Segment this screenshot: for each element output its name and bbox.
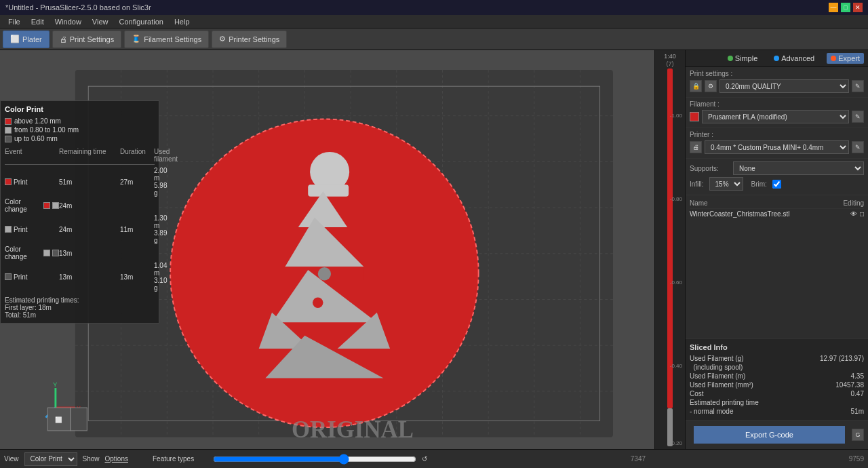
filament-settings-section: Filament : Prusament PLA (modified) ✎ [686, 98, 868, 128]
bottombar: View Color Print Show Options Feature ty… [0, 449, 868, 468]
printer-icon: 🖨 [690, 141, 702, 153]
sliced-row: Cost 0.47 [690, 389, 864, 398]
filament-settings-button[interactable]: 🧵 Filament Settings [124, 31, 209, 48]
menu-configuration[interactable]: Configuration [113, 16, 168, 27]
printer-dropdown[interactable]: 0.4mm * Custom Prusa MINI+ 0.4mm [705, 140, 849, 154]
layer-number-top: 1:40 [664, 53, 676, 60]
table-row: Print 24m 11m 1.30 m 3.89 g [5, 214, 155, 245]
layer-tick: -1.00 [670, 113, 682, 119]
printer-settings-section: Printer : 🖨 0.4mm * Custom Prusa MINI+ 0… [686, 128, 868, 159]
brim-checkbox[interactable] [772, 180, 781, 189]
expert-mode-indicator [831, 56, 836, 61]
window-title: *Untitled - PrusaSlicer-2.5.0 based on S… [5, 3, 151, 12]
show-button[interactable]: Options [105, 455, 128, 463]
supports-infill-section: Supports: None Infill: 15% Brim: [686, 159, 868, 195]
svg-text:ORIGINAL: ORIGINAL [292, 416, 414, 443]
print-settings-lock[interactable]: 🔒 [690, 80, 702, 92]
row-color-swatch [5, 178, 12, 185]
svg-rect-23 [308, 184, 349, 196]
events-table-header: Event Remaining time Duration Used filam… [5, 147, 155, 165]
eye-icon[interactable]: 👁 [850, 210, 857, 218]
printer-settings-icon: ⚙ [219, 35, 226, 43]
sliced-row: Used Filament (mm²) 10457.38 [690, 381, 864, 389]
svg-text:⬜: ⬜ [55, 416, 62, 424]
table-row: WinterCoaster_ChristmasTree.stl 👁 □ [690, 209, 864, 219]
expert-mode-button[interactable]: Expert [827, 53, 864, 64]
layer-tick: 0.20 [671, 440, 682, 446]
close-button[interactable]: ✕ [853, 3, 863, 12]
layer-tick: -0.60 [670, 279, 682, 286]
coord-right: 9759 [849, 455, 864, 463]
print-quality-dropdown[interactable]: 0.20mm QUALITY [719, 79, 849, 93]
menu-help[interactable]: Help [169, 16, 195, 27]
plater-button[interactable]: ⬜ Plater [3, 31, 50, 48]
table-row: Print 51m 27m 2.00 m 5.98 g [5, 166, 155, 197]
layer-number-side: (7) [667, 60, 674, 67]
legend-color-red [5, 118, 12, 125]
print-settings-button[interactable]: 🖨 Print Settings [52, 31, 121, 48]
model-actions: 👁 □ [823, 210, 864, 218]
menu-edit[interactable]: Edit [26, 16, 50, 27]
printer-edit[interactable]: ✎ [852, 141, 864, 153]
row-color-swatch [5, 273, 12, 280]
row-color-to [52, 202, 59, 209]
coord-left: 7347 [631, 455, 646, 463]
legend-item-dark: up to 0.60 mm [5, 135, 155, 142]
print-settings-icon: 🖨 [60, 35, 67, 43]
print-settings-config[interactable]: ⚙ [705, 80, 717, 92]
simple-mode-indicator [728, 56, 733, 61]
minimize-button[interactable]: — [829, 3, 838, 12]
sliced-row: Estimated printing time [690, 398, 864, 407]
row-color-swatch [5, 226, 12, 233]
table-row: Color change 13m [5, 245, 155, 261]
row-color-from [43, 250, 50, 256]
filament-dropdown[interactable]: Prusament PLA (modified) [702, 110, 849, 123]
legend-item-gray: from 0.80 to 1.00 mm [5, 126, 155, 134]
color-print-panel: Color Print above 1.20 mm from 0.80 to 1… [0, 100, 159, 324]
sliced-row: - normal mode 51m [690, 407, 864, 416]
sliced-row: (including spool) [690, 363, 864, 372]
print-settings-section: Print settings : 🔒 ⚙ 0.20mm QUALITY ✎ [686, 67, 868, 98]
view-dropdown[interactable]: Color Print [24, 452, 77, 466]
svg-point-27 [318, 267, 331, 280]
menu-view[interactable]: View [87, 16, 114, 27]
row-color-from [43, 202, 50, 209]
export-settings-button[interactable]: G [852, 429, 864, 441]
advanced-mode-indicator [774, 56, 779, 61]
infill-dropdown[interactable]: 15% [709, 177, 743, 191]
sliced-info-panel: Sliced Info Used Filament (g) 12.97 (213… [686, 338, 868, 420]
window-controls: — □ ✕ [829, 3, 863, 12]
sliced-row: Used Filament (m) 4.35 [690, 372, 864, 381]
legend-color-gray [5, 127, 12, 134]
filament-color-swatch[interactable] [690, 112, 699, 121]
menubar: File Edit Window View Configuration Help [0, 15, 868, 28]
titlebar: *Untitled - PrusaSlicer-2.5.0 based on S… [0, 0, 868, 15]
panel-title: Color Print [5, 105, 155, 113]
filament-settings-icon: 🧵 [132, 35, 141, 43]
maximize-button[interactable]: □ [841, 3, 850, 12]
print-settings-edit[interactable]: ✎ [852, 80, 864, 92]
model-table-header: Name Editing [690, 198, 864, 209]
simple-mode-button[interactable]: Simple [724, 53, 762, 64]
table-row: Color change 24m [5, 197, 155, 214]
printer-settings-button[interactable]: ⚙ Printer Settings [212, 31, 287, 48]
filament-edit[interactable]: ✎ [852, 111, 864, 123]
menu-file[interactable]: File [3, 16, 26, 27]
row-color-to [52, 250, 59, 256]
orbit-icon[interactable]: ↺ [422, 455, 427, 463]
svg-text:Y: Y [53, 381, 58, 388]
estimated-times: Estimated printing times: First layer: 1… [5, 296, 155, 319]
svg-rect-42 [71, 408, 87, 431]
layer-tick: -0.80 [670, 196, 682, 202]
layer-tick: -0.40 [670, 363, 682, 369]
export-gcode-button[interactable]: Export G-code [694, 426, 845, 444]
edit-icon[interactable]: □ [860, 210, 864, 218]
plater-icon: ⬜ [10, 35, 20, 43]
advanced-mode-button[interactable]: Advanced [770, 53, 818, 64]
table-row: Print 13m 13m 1.04 m 3.10 g [5, 261, 155, 292]
supports-dropdown[interactable]: None [733, 161, 864, 175]
menu-window[interactable]: Window [50, 16, 87, 27]
right-panel: Simple Advanced Expert Print settings : … [685, 50, 868, 449]
legend-color-dark [5, 136, 12, 142]
timeline-slider[interactable] [213, 454, 416, 465]
